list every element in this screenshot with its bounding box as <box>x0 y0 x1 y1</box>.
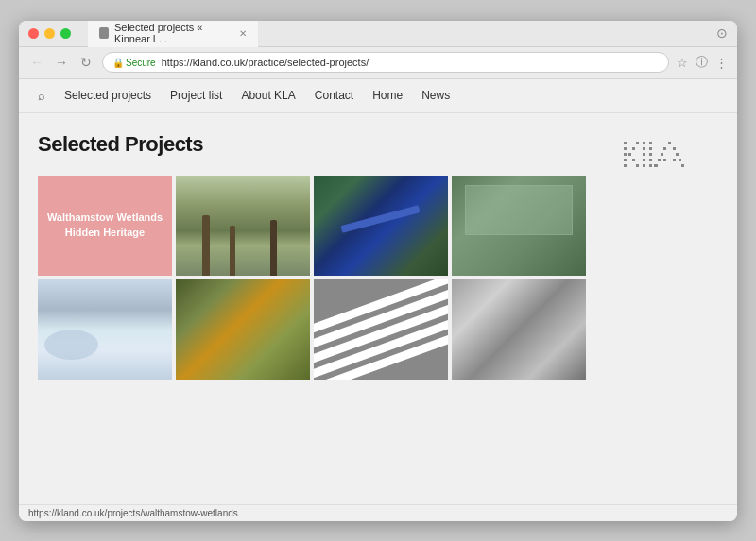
page-content: ⌕ Selected projects Project list About K… <box>19 79 737 504</box>
svg-rect-17 <box>673 147 676 150</box>
address-bar: ← → ↻ 🔒 Secure https://kland.co.uk/pract… <box>19 47 737 79</box>
overlay-text-1: Walthamstow WetlandsHidden Heritage <box>40 203 170 247</box>
lock-icon: 🔒 <box>112 58 124 68</box>
tab-favicon <box>99 27 109 39</box>
project-item-8[interactable] <box>452 279 586 380</box>
nav-about-kla[interactable]: About KLA <box>241 89 295 102</box>
svg-rect-6 <box>632 147 635 150</box>
svg-rect-7 <box>632 159 635 161</box>
search-icon[interactable]: ⌕ <box>38 89 45 103</box>
nav-contact[interactable]: Contact <box>315 89 353 102</box>
main-area: Selected Projects Walthamstow WetlandsHi… <box>19 113 737 504</box>
project-item-6[interactable] <box>176 279 310 380</box>
svg-rect-18 <box>661 153 663 156</box>
svg-rect-9 <box>636 164 639 167</box>
page-title: Selected Projects <box>38 132 586 157</box>
svg-rect-10 <box>643 142 645 144</box>
title-bar: Selected projects « Kinnear L... ✕ ⊙ <box>19 21 737 47</box>
svg-rect-29 <box>649 159 652 161</box>
svg-rect-20 <box>658 159 661 161</box>
logo-area <box>605 132 718 485</box>
nav-home[interactable]: Home <box>372 89 403 102</box>
svg-rect-3 <box>624 159 627 161</box>
info-icon[interactable]: ⓘ <box>696 54 708 71</box>
svg-rect-1 <box>624 147 627 150</box>
svg-rect-28 <box>649 153 652 156</box>
more-icon[interactable]: ⋮ <box>715 56 728 70</box>
project-overlay-1: Walthamstow WetlandsHidden Heritage <box>38 176 172 277</box>
project-item-5[interactable] <box>38 279 172 380</box>
svg-rect-16 <box>663 147 666 150</box>
svg-rect-27 <box>649 147 652 150</box>
tab-title: Selected projects « Kinnear L... <box>114 22 233 44</box>
left-content: Selected Projects Walthamstow WetlandsHi… <box>38 132 586 485</box>
svg-rect-25 <box>681 164 684 167</box>
secure-badge: 🔒 Secure <box>112 58 156 68</box>
svg-rect-22 <box>673 159 676 161</box>
project-item-7[interactable] <box>314 279 448 380</box>
refresh-button[interactable]: ↻ <box>77 55 94 70</box>
svg-rect-11 <box>643 147 645 150</box>
svg-rect-5 <box>628 153 631 156</box>
nav-news[interactable]: News <box>421 89 450 102</box>
svg-rect-8 <box>636 142 639 144</box>
address-icons: ☆ ⓘ ⋮ <box>677 54 728 71</box>
svg-rect-23 <box>679 159 681 161</box>
status-url: https://kland.co.uk/projects/walthamstow… <box>28 508 238 518</box>
browser-account-icon[interactable]: ⊙ <box>716 25 728 41</box>
back-button[interactable]: ← <box>28 55 45 70</box>
maximize-button[interactable] <box>60 28 71 39</box>
forward-button[interactable]: → <box>53 55 70 70</box>
svg-rect-13 <box>643 159 645 161</box>
svg-rect-31 <box>654 164 657 167</box>
nav-project-list[interactable]: Project list <box>170 89 222 102</box>
svg-rect-2 <box>624 153 627 156</box>
kla-logo <box>619 132 704 189</box>
site-nav: ⌕ Selected projects Project list About K… <box>19 79 737 113</box>
svg-rect-0 <box>624 142 627 144</box>
svg-rect-19 <box>676 153 679 156</box>
project-item-1[interactable]: Walthamstow WetlandsHidden Heritage <box>38 176 172 277</box>
svg-rect-15 <box>668 142 671 144</box>
project-item-2[interactable] <box>176 176 310 277</box>
minimize-button[interactable] <box>44 28 55 39</box>
nav-selected-projects[interactable]: Selected projects <box>64 89 151 102</box>
svg-rect-26 <box>649 142 652 144</box>
svg-rect-4 <box>624 164 627 167</box>
address-input[interactable]: 🔒 Secure https://kland.co.uk/practice/se… <box>102 52 669 73</box>
project-grid: Walthamstow WetlandsHidden Heritage <box>38 176 586 380</box>
close-button[interactable] <box>28 28 39 39</box>
svg-rect-21 <box>663 159 666 161</box>
bookmark-icon[interactable]: ☆ <box>677 56 688 70</box>
tab-close-icon[interactable]: ✕ <box>239 28 247 38</box>
tab-area: Selected projects « Kinnear L... ✕ <box>88 21 709 49</box>
browser-window: Selected projects « Kinnear L... ✕ ⊙ ← →… <box>19 21 737 521</box>
url-text: https://kland.co.uk/practice/selected-pr… <box>162 57 659 68</box>
svg-rect-30 <box>649 164 652 167</box>
traffic-lights <box>28 28 71 39</box>
svg-rect-14 <box>643 164 645 167</box>
browser-tab[interactable]: Selected projects « Kinnear L... ✕ <box>88 21 258 49</box>
project-item-4[interactable] <box>452 176 586 277</box>
status-bar: https://kland.co.uk/projects/walthamstow… <box>19 504 737 521</box>
project-item-3[interactable] <box>314 176 448 277</box>
svg-rect-12 <box>643 153 645 156</box>
